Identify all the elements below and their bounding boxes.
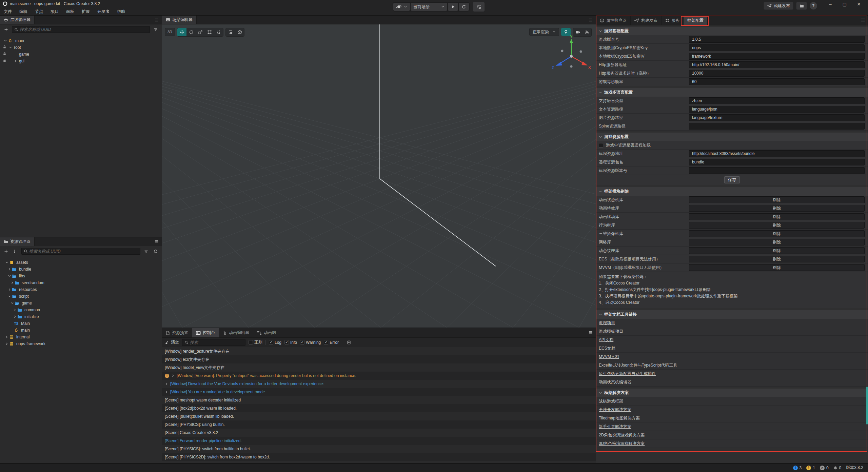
doc-link[interactable]: 教程项目 [599,320,615,326]
inspector-menu-icon[interactable] [861,16,865,24]
chevron-down-icon[interactable] [8,46,13,49]
asset-node[interactable]: resources [0,286,162,293]
remove-module-button[interactable]: 剔除 [689,230,865,237]
hierarchy-search-input[interactable] [20,27,147,32]
checkbox[interactable]: ✓ [269,340,273,345]
solution-link[interactable]: 战棋游戏框架 [599,398,623,404]
qr-preview-button[interactable] [473,2,485,12]
warning-count[interactable]: ! 1 [806,466,815,470]
tree-node[interactable]: game [0,51,162,58]
scene-select-dropdown[interactable]: 当前场景 [411,3,447,11]
asset-node[interactable]: oops-framework [0,340,162,347]
menu-item[interactable]: 帮助 [113,7,129,16]
doc-link[interactable]: 动画状态机编辑器 [599,379,631,385]
section-header[interactable]: 框架文档工具链接 [596,310,868,319]
asset-node[interactable]: game [0,300,162,307]
chevron-down-icon[interactable] [7,274,12,278]
tab-服务[interactable]: 服务 [662,16,684,25]
remove-module-button[interactable]: 剔除 [689,205,865,212]
asset-node[interactable]: assets [0,259,162,266]
tab-控制台[interactable]: 控制台 [192,328,219,337]
tree-node[interactable]: main [0,37,162,44]
chevron-down-icon[interactable] [5,261,9,264]
doc-link[interactable]: 原生包热更新配置自动生成插件 [599,371,656,377]
checkbox[interactable]: ✓ [300,340,304,345]
assets-menu-icon[interactable] [154,237,159,246]
property-input[interactable] [689,159,865,165]
console-log-row[interactable]: [Scene] [PHYSICS]: switch from builtin t… [162,445,596,453]
filter-Info[interactable]: ✓Info [284,340,297,345]
doc-link[interactable]: 游戏模板项目 [599,329,623,334]
console-log-row[interactable]: [Scene] meshopt wasm decoder initialized [162,396,596,404]
play-button[interactable] [448,3,458,11]
property-input[interactable] [689,114,865,121]
tab-资源预览[interactable]: 资源预览 [162,328,192,337]
chevron-down-icon[interactable] [3,39,7,42]
log-file-button[interactable] [345,339,353,346]
property-input[interactable] [689,78,865,85]
build-publish-button[interactable]: 构建发布 [764,2,793,10]
property-input[interactable] [689,123,865,130]
snap-tool-button[interactable] [214,28,223,36]
solution-link[interactable]: 全栈开发解决方案 [599,407,631,413]
remote-load-checkbox[interactable] [599,143,603,148]
console-log-row[interactable]: [Window] model_view文件夹存在 [162,363,596,372]
checkbox[interactable]: ✓ [324,340,328,345]
tree-node[interactable]: gui [0,58,162,64]
menu-item[interactable]: 扩展 [78,7,94,16]
property-input[interactable] [689,167,865,174]
asset-node[interactable]: script [0,293,162,300]
filter-正则[interactable]: 正则 [249,339,262,345]
axis-gizmo[interactable]: Y X Z [551,34,592,78]
tab-动画图[interactable]: 动画图 [253,328,280,337]
asset-node[interactable]: seedrandom [0,279,162,286]
expand-chevron-icon[interactable] [171,374,175,377]
remove-module-button[interactable]: 剔除 [689,247,865,254]
console-log-row[interactable]: [Window] ecs文件夹存在 [162,355,596,363]
remove-module-button[interactable]: 剔除 [689,239,865,245]
property-input[interactable] [689,44,865,51]
asset-node[interactable]: TSMain [0,320,162,327]
filter-Warning[interactable]: ✓Warning [300,340,321,345]
tree-node[interactable]: root [0,44,162,51]
console-log-row[interactable]: [Scene] [box2d]:box2d wasm lib loaded. [162,404,596,412]
chevron-right-icon[interactable] [10,281,14,284]
property-input[interactable] [689,150,865,157]
console-search-input[interactable] [190,340,243,345]
expand-chevron-icon[interactable] [165,390,168,394]
console-log-row[interactable]: [Window] render_texture文件夹存在 [162,347,596,355]
section-header[interactable]: 游戏多语言配置 [596,88,868,97]
hierarchy-filter-button[interactable] [152,26,159,33]
help-button[interactable]: ? [810,2,817,9]
console-log-row[interactable]: [Scene] [PHYSICS2D]: switch from box2d-w… [162,453,596,461]
console-log-row[interactable]: [Scene] Forward render pipeline initiali… [162,437,596,445]
remove-module-button[interactable]: 剔除 [689,222,865,229]
lock-icon[interactable] [3,52,6,57]
view-settings-button[interactable] [582,28,591,36]
rect-tool-button[interactable] [205,28,214,36]
chevron-right-icon[interactable] [13,315,17,318]
camera-settings-button[interactable] [573,28,582,36]
tab-属性检查器[interactable]: 属性检查器 [596,16,631,25]
sort-assets-button[interactable] [12,248,19,255]
remove-module-button[interactable]: 剔除 [689,196,865,203]
hierarchy-menu-icon[interactable] [154,16,159,24]
property-input[interactable] [689,61,865,68]
add-asset-button[interactable] [2,248,10,255]
notification-count[interactable]: 0 [833,466,842,470]
minimize-button[interactable]: – [823,0,837,8]
lighting-toggle-button[interactable] [561,28,571,36]
asset-node[interactable]: initialize [0,313,162,320]
error-count[interactable]: ✕ 0 [820,466,829,470]
chevron-right-icon[interactable] [7,268,12,271]
tab-scene[interactable]: 场景编辑器 [162,16,197,24]
menu-item[interactable]: 文件 [0,7,16,16]
rotate-tool-button[interactable] [186,28,196,36]
doc-link[interactable]: API文档 [599,337,613,343]
save-button[interactable]: 保存 [724,176,740,183]
property-input[interactable] [689,53,865,60]
add-node-button[interactable] [2,26,10,33]
asset-node[interactable]: bundle [0,266,162,273]
mode-3d-button[interactable]: 3D [165,28,175,36]
lock-icon[interactable] [3,45,6,50]
